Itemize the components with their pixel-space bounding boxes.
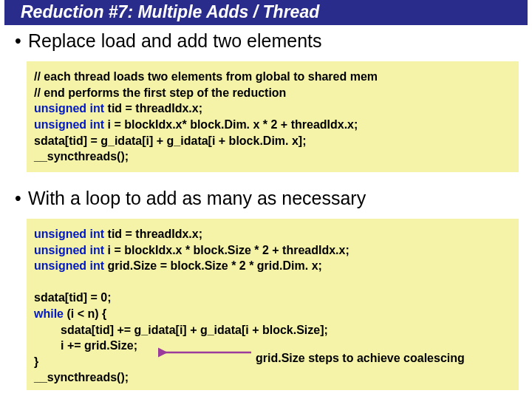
- code-comment: // end performs the first step of the re…: [34, 85, 514, 101]
- code-text: (i < n) {: [66, 307, 106, 320]
- code-text: grid.Size = block.Size * 2 * grid.Dim. x…: [108, 259, 322, 272]
- code-line: sdata[tid] = g_idata[i] + g_idata[i + bl…: [34, 133, 514, 149]
- code-block-1: // each thread loads two elements from g…: [27, 61, 519, 172]
- code-text: tid = threadIdx.x;: [108, 228, 202, 240]
- slide-title: Reduction #7: Multiple Adds / Thread: [4, 0, 528, 25]
- bullet-1-text: Replace load and add two elements: [28, 30, 322, 51]
- annotation-text: grid.Size steps to achieve coalescing: [256, 350, 465, 366]
- bullet-mark-icon: •: [15, 187, 28, 210]
- code-keyword: unsigned int: [34, 244, 108, 256]
- bullet-mark-icon: •: [15, 30, 28, 52]
- code-comment: // each thread loads two elements from g…: [34, 69, 514, 85]
- code-line: unsigned int tid = threadIdx.x;: [34, 226, 514, 242]
- code-text: i = blockIdx.x* block.Dim. x * 2 + threa…: [108, 118, 358, 131]
- code-keyword: while: [34, 307, 66, 320]
- code-line: unsigned int grid.Size = block.Size * 2 …: [34, 258, 514, 274]
- code-line: sdata[tid] += g_idata[i] + g_idata[i + b…: [34, 322, 514, 338]
- code-keyword: unsigned int: [34, 102, 108, 115]
- code-line: __syncthreads();: [34, 149, 514, 165]
- code-blank: [34, 274, 514, 290]
- code-line: unsigned int i = blockIdx.x* block.Dim. …: [34, 117, 514, 133]
- code-line: sdata[tid] = 0;: [34, 290, 514, 306]
- code-keyword: unsigned int: [34, 228, 108, 240]
- slide: Reduction #7: Multiple Adds / Thread •Re…: [0, 0, 532, 399]
- code-text: tid = threadIdx.x;: [108, 102, 202, 115]
- code-block-2: unsigned int tid = threadIdx.x; unsigned…: [27, 219, 519, 390]
- bullet-1: •Replace load and add two elements: [0, 25, 532, 58]
- code-text: i = blockIdx.x * block.Size * 2 + thread…: [108, 244, 349, 256]
- code-line: while (i < n) {: [34, 306, 514, 322]
- code-keyword: unsigned int: [34, 259, 108, 272]
- code-keyword: unsigned int: [34, 118, 108, 131]
- code-line: __syncthreads();: [34, 369, 514, 386]
- code-line: unsigned int i = blockIdx.x * block.Size…: [34, 242, 514, 259]
- code-line: unsigned int tid = threadIdx.x;: [34, 100, 514, 117]
- bullet-2-text: With a loop to add as many as necessary: [28, 188, 366, 208]
- bullet-2: •With a loop to add as many as necessary: [0, 183, 532, 216]
